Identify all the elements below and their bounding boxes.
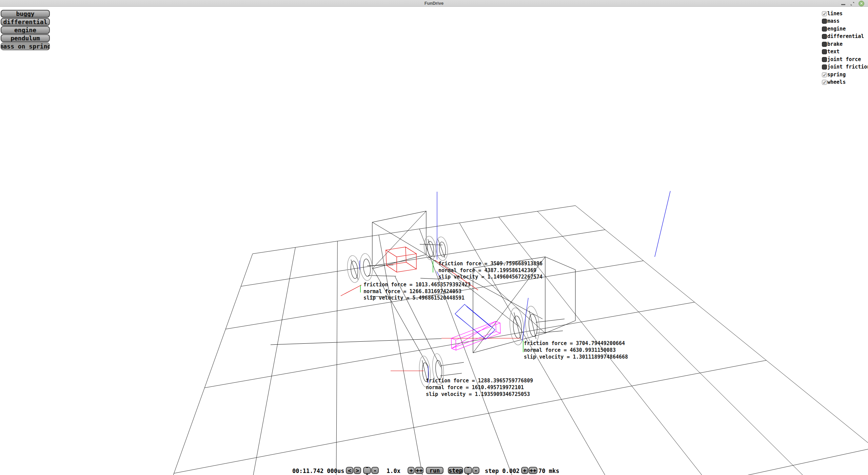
annotation-line: slip velocity = 5.496861520448591: [363, 295, 465, 301]
demo-button-label: mass on spring: [1, 43, 50, 50]
annotation-line: slip velocity = 1.1496045672267574: [438, 274, 542, 280]
checkbox-icon[interactable]: [822, 49, 827, 54]
time-forward-button[interactable]: >: [354, 467, 361, 474]
option-joint-friction[interactable]: joint friction: [822, 64, 868, 70]
option-engine[interactable]: engine: [822, 26, 846, 32]
option-text[interactable]: text: [822, 49, 840, 55]
option-label: joint force: [827, 56, 861, 62]
checkbox-icon[interactable]: [822, 80, 827, 85]
annotation-line: normal force = 1266.831697424053: [363, 288, 461, 294]
annotation-line: friction force = 3704.79449200664: [524, 340, 625, 346]
option-spring[interactable]: spring: [822, 72, 846, 78]
wheel-ellipses-outer: [346, 235, 541, 387]
demo-button-differential[interactable]: differential: [1, 18, 50, 26]
option-label: mass: [827, 18, 840, 24]
option-brake[interactable]: brake: [822, 41, 843, 47]
annotation-line: normal force = 4630.9931150083: [524, 347, 616, 353]
minimize-icon[interactable]: [841, 4, 845, 5]
speed-display: 1.0x: [387, 468, 400, 474]
demo-button-label: buggy: [16, 10, 34, 17]
stepsize-decrease2-button[interactable]: --: [464, 467, 472, 474]
wheel-annotation-rear-left: friction force = 1288.3965759776809 norm…: [426, 378, 533, 397]
speed-increase2-button[interactable]: ++: [415, 467, 423, 474]
demo-button-engine[interactable]: engine: [1, 26, 50, 34]
option-label: wheels: [827, 79, 846, 85]
run-button[interactable]: run: [426, 467, 443, 474]
time-back-button[interactable]: <: [346, 467, 353, 474]
stepsize-increase-button[interactable]: +: [521, 467, 528, 474]
annotation-line: friction force = 3509.759668913896: [438, 261, 542, 267]
wheel-annotation-rear-right: friction force = 3704.79449200664 normal…: [524, 340, 628, 360]
annotation-line: normal force = 4387.199586142369: [438, 267, 536, 273]
annotation-line: slip velocity = 1.1935909346725053: [426, 391, 530, 397]
speed-decrease2-button[interactable]: --: [363, 467, 371, 474]
checkbox-icon[interactable]: [822, 64, 827, 70]
stepsize-display: step 0.002: [485, 468, 519, 474]
frame-time-display: 70 mks: [538, 468, 559, 474]
checkbox-icon[interactable]: [822, 11, 827, 16]
simulation-viewport[interactable]: friction force = 3509.759668913896 norma…: [0, 0, 868, 475]
demo-button-label: differential: [3, 18, 47, 25]
option-label: text: [827, 49, 840, 55]
demo-button-label: pendulum: [11, 35, 40, 42]
demo-button-mass-on-spring[interactable]: mass on spring: [1, 42, 50, 50]
checkbox-icon[interactable]: [822, 34, 827, 39]
checkbox-icon[interactable]: [822, 42, 827, 47]
speed-increase-button[interactable]: +: [408, 467, 415, 474]
annotation-line: friction force = 1013.4653579392423: [363, 282, 471, 288]
stepsize-increase2-button[interactable]: ++: [529, 467, 537, 474]
checkbox-icon[interactable]: [822, 57, 827, 62]
stepsize-decrease-button[interactable]: -: [472, 467, 479, 474]
option-label: spring: [827, 72, 846, 78]
option-label: brake: [827, 41, 843, 47]
demo-button-pendulum[interactable]: pendulum: [1, 34, 50, 42]
ground-grid: [0, 206, 868, 475]
sim-time-display: 00:11.742 000us: [292, 468, 344, 474]
option-label: engine: [827, 26, 846, 32]
wheel-annotation-front-left: friction force = 1013.4653579392423 norm…: [363, 282, 471, 301]
option-mass[interactable]: mass: [822, 18, 840, 24]
annotation-line: friction force = 1288.3965759776809: [426, 378, 533, 384]
wheel-annotation-front-right: friction force = 3509.759668913896 norma…: [438, 261, 542, 280]
app-window: friction force = 3509.759668913896 norma…: [0, 0, 868, 475]
checkbox-icon[interactable]: [822, 72, 827, 77]
option-wheels[interactable]: wheels: [822, 79, 846, 85]
option-label: joint friction: [827, 64, 868, 70]
spring-box-magenta: [451, 321, 500, 350]
option-joint-force[interactable]: joint force: [822, 56, 861, 62]
annotation-line: normal force = 1610.495719972101: [426, 384, 524, 391]
checkbox-icon[interactable]: [822, 26, 827, 32]
annotation-line: slip velocity = 1.3011189974864668: [524, 354, 628, 360]
step-button[interactable]: step: [448, 467, 463, 474]
option-label: lines: [827, 11, 843, 17]
titlebar[interactable]: FunDrive ✕: [0, 0, 868, 7]
window-title: FunDrive: [0, 1, 868, 6]
option-lines[interactable]: lines: [822, 11, 843, 17]
speed-decrease-button[interactable]: -: [371, 467, 379, 474]
checkbox-icon[interactable]: [822, 19, 827, 24]
demo-button-label: engine: [14, 26, 36, 34]
option-label: differential: [827, 33, 864, 39]
demo-button-buggy[interactable]: buggy: [1, 10, 50, 18]
option-differential[interactable]: differential: [822, 33, 864, 39]
restore-icon[interactable]: [850, 2, 854, 6]
close-icon[interactable]: ✕: [859, 1, 864, 6]
